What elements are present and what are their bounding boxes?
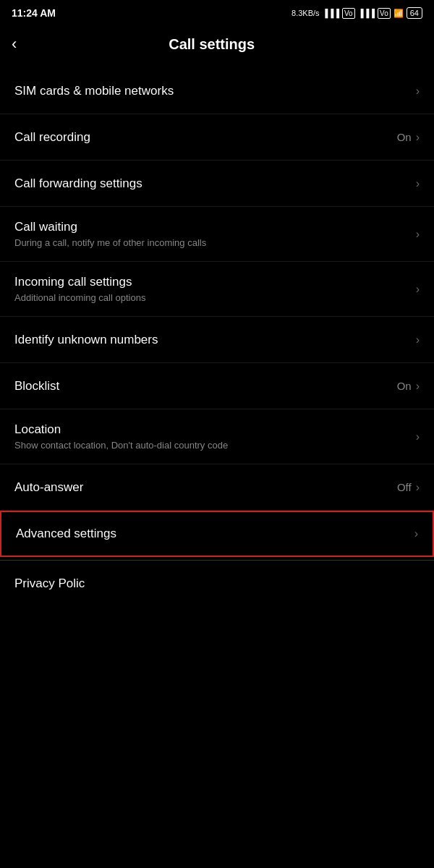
settings-item-location[interactable]: LocationShow contact location, Don't aut…: [0, 409, 434, 464]
status-icons: 8.3KB/s ▐▐▐ Vo ▐▐▐ Vo 📶 64: [292, 7, 422, 19]
item-title-sim-cards: SIM cards & mobile networks: [14, 84, 416, 98]
item-title-identify-unknown: Identify unknown numbers: [14, 333, 416, 347]
item-subtitle-location: Show contact location, Don't auto-dial c…: [14, 440, 416, 451]
wifi-icon: 📶: [393, 9, 404, 18]
chevron-icon-call-forwarding: ›: [416, 177, 420, 190]
chevron-icon-advanced-settings: ›: [414, 527, 418, 540]
volte-icon: Vo: [342, 8, 355, 19]
item-title-location: Location: [14, 422, 416, 437]
volte-icon-2: Vo: [378, 8, 391, 19]
settings-item-auto-answer[interactable]: Auto-answerOff›: [0, 464, 434, 511]
item-title-call-forwarding: Call forwarding settings: [14, 176, 416, 191]
chevron-icon-auto-answer: ›: [416, 481, 420, 494]
item-subtitle-call-waiting: During a call, notify me of other incomi…: [14, 237, 416, 248]
item-title-call-waiting: Call waiting: [14, 220, 416, 234]
chevron-icon-identify-unknown: ›: [416, 333, 420, 346]
settings-item-sim-cards[interactable]: SIM cards & mobile networks›: [0, 68, 434, 114]
privacy-policy-item[interactable]: Privacy Polic: [0, 563, 434, 604]
item-status-blocklist: On: [397, 380, 412, 392]
item-status-auto-answer: Off: [397, 481, 412, 493]
settings-item-blocklist[interactable]: BlocklistOn›: [0, 363, 434, 409]
chevron-icon-call-waiting: ›: [416, 228, 420, 241]
status-time: 11:24 AM: [12, 7, 56, 19]
settings-item-call-forwarding[interactable]: Call forwarding settings›: [0, 161, 434, 207]
divider: [0, 560, 434, 561]
settings-item-call-recording[interactable]: Call recordingOn›: [0, 114, 434, 161]
chevron-icon-call-recording: ›: [416, 131, 420, 144]
item-title-auto-answer: Auto-answer: [14, 480, 397, 495]
item-title-advanced-settings: Advanced settings: [16, 527, 414, 541]
data-speed: 8.3KB/s: [292, 9, 320, 17]
chevron-icon-location: ›: [416, 430, 420, 443]
item-status-call-recording: On: [397, 131, 412, 143]
chevron-icon-sim-cards: ›: [416, 85, 420, 98]
settings-item-advanced-settings[interactable]: Advanced settings›: [0, 511, 434, 557]
item-title-incoming-call: Incoming call settings: [14, 275, 416, 289]
settings-list: SIM cards & mobile networks›Call recordi…: [0, 68, 434, 557]
chevron-icon-blocklist: ›: [416, 380, 420, 393]
page-title: Call settings: [28, 36, 395, 53]
signal-icon-1: ▐▐▐: [323, 9, 339, 17]
status-bar: 11:24 AM 8.3KB/s ▐▐▐ Vo ▐▐▐ Vo 📶 64: [0, 0, 434, 26]
back-button[interactable]: ‹: [12, 35, 17, 54]
item-title-call-recording: Call recording: [14, 130, 397, 145]
page-header: ‹ Call settings: [0, 26, 434, 62]
chevron-icon-incoming-call: ›: [416, 283, 420, 296]
signal-icon-2: ▐▐▐: [358, 9, 375, 17]
settings-item-identify-unknown[interactable]: Identify unknown numbers›: [0, 317, 434, 363]
item-subtitle-incoming-call: Additional incoming call options: [14, 292, 416, 303]
settings-item-incoming-call[interactable]: Incoming call settingsAdditional incomin…: [0, 262, 434, 317]
item-title-blocklist: Blocklist: [14, 379, 397, 393]
battery-icon: 64: [407, 7, 422, 19]
settings-item-call-waiting[interactable]: Call waitingDuring a call, notify me of …: [0, 207, 434, 262]
